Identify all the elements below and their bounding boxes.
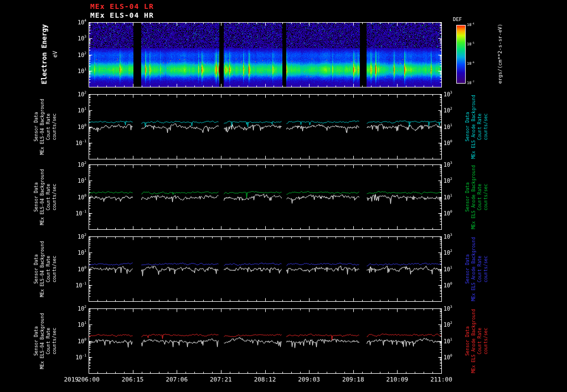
panel-y-tick-label-right: 101 — [444, 266, 452, 272]
spectrogram-y-tick-label: 104 — [62, 19, 86, 25]
panel-right-axis-label: Count Rate — [478, 183, 482, 210]
x-tick-label: 208:12 — [254, 376, 276, 383]
panel-y-tick-label-left: 100 — [62, 338, 86, 344]
panel-y-tick-label-right: 103 — [444, 305, 452, 311]
x-tick-label: 210:09 — [386, 376, 409, 383]
panel-left-axis-label: Count Rate — [47, 183, 51, 210]
panel-left-axis-label: counts/sec — [53, 255, 57, 282]
panel-y-tick-label-left: 102 — [62, 161, 86, 167]
panel-y-tick-label-left: 100 — [62, 266, 86, 272]
panel-left-axis-label: Sensor Data — [34, 112, 39, 141]
panel-left-axis-label: Count Rate — [47, 113, 51, 140]
panel-right-axis-label: MEx ELS Anode Background — [472, 165, 476, 229]
spectrogram-y-axis-unit: eV — [53, 51, 58, 58]
panel-left-axis-label: MEx ELS-04 Background — [40, 169, 45, 225]
panel-y-tick-label-left: 101 — [62, 107, 86, 114]
colorbar-tick-label: 10-7 — [467, 81, 475, 85]
panel-y-tick-label-left: 102 — [62, 91, 86, 97]
panel-left-axis-label: counts/sec — [53, 113, 57, 140]
spectrogram-y-tick-label: 103 — [62, 35, 86, 42]
panel-y-tick-label-left: 101 — [62, 250, 86, 256]
panel-right-axis-label: MEx ELS Anode Background — [472, 237, 476, 301]
panel-left-axis-label: counts/sec — [53, 327, 57, 354]
panel-y-tick-label-left: 102 — [62, 305, 86, 311]
colorbar-tick-label: 10-6 — [467, 61, 475, 66]
panel-right-axis-label: Sensor Data — [466, 112, 470, 141]
panel-y-tick-label-right: 103 — [444, 91, 452, 97]
panel-right-axis-label: Count Rate — [478, 255, 482, 282]
x-tick-label: 211:00 — [430, 376, 452, 383]
x-tick-label: 209:03 — [298, 376, 320, 383]
panel-right-axis-label: Sensor Data — [466, 254, 470, 283]
panel-right-axis-label: MEx ELS Anode Background — [472, 95, 476, 159]
x-axis-year-label: 2019 — [49, 376, 79, 383]
spectrogram-figure: MEx ELS-04 LR MEx ELS-04 HR Electron Ene… — [0, 0, 567, 392]
panel-left-axis-label: Count Rate — [47, 327, 51, 354]
panel-y-tick-label-right: 102 — [444, 178, 452, 184]
panel-left-axis-label: counts/sec — [53, 183, 57, 210]
panel-y-tick-label-right: 101 — [444, 338, 452, 344]
panel-right-axis-label: Sensor Data — [466, 182, 470, 212]
panel-y-tick-label-right: 100 — [444, 140, 452, 146]
plot-title-lr: MEx ELS-04 LR — [90, 3, 154, 10]
panel-right-axis-label: counts/sec — [484, 183, 488, 210]
panel-y-tick-label-right: 101 — [444, 194, 452, 200]
x-tick-label: 206:15 — [122, 376, 144, 383]
panel-y-tick-label-left: 10-1 — [62, 282, 86, 288]
panel-y-tick-label-right: 100 — [444, 282, 452, 288]
panel-left-axis-label: Sensor Data — [34, 254, 39, 283]
panel-y-tick-label-left: 102 — [62, 233, 86, 239]
panel-y-tick-label-right: 102 — [444, 322, 452, 328]
panel-left-axis-label: Sensor Data — [34, 326, 39, 355]
panel-right-axis-label: counts/sec — [484, 327, 488, 354]
colorbar-tick-label: 10-4 — [467, 23, 475, 27]
spectrogram-y-tick-label: 101 — [62, 68, 86, 74]
panel-y-tick-label-right: 101 — [444, 123, 452, 130]
x-tick-label: 207:06 — [166, 376, 188, 383]
panel-right-axis-label: Count Rate — [478, 327, 482, 354]
panel-right-axis-label: Count Rate — [478, 113, 482, 140]
panel-y-tick-label-left: 10-1 — [62, 210, 86, 216]
panel-y-tick-label-left: 10-1 — [62, 354, 86, 360]
panel-left-axis-label: MEx ELS-04 Background — [40, 99, 45, 154]
panel-y-tick-label-right: 103 — [444, 233, 452, 239]
panel-y-tick-label-left: 100 — [62, 194, 86, 200]
spectrogram-y-tick-label: 102 — [62, 51, 86, 58]
spectrogram-y-axis-label: Electron Energy — [41, 24, 48, 84]
panel-y-tick-label-left: 101 — [62, 178, 86, 184]
panel-right-axis-label: Sensor Data — [466, 326, 470, 355]
panel-y-tick-label-left: 100 — [62, 123, 86, 130]
panel-y-tick-label-right: 102 — [444, 250, 452, 256]
panel-y-tick-label-left: 10-1 — [62, 140, 86, 146]
panel-left-axis-label: Sensor Data — [34, 182, 39, 212]
panel-y-tick-label-right: 102 — [444, 107, 452, 114]
panel-left-axis-label: MEx ELS-04 Background — [40, 313, 45, 369]
x-tick-label: 207:21 — [210, 376, 232, 383]
panel-y-tick-label-right: 103 — [444, 161, 452, 167]
colorbar-title: DEF — [453, 17, 462, 22]
colorbar-unit-label: ergs/(cm**2-s-sr-eV) — [498, 24, 503, 84]
plot-title-hr: MEx ELS-04 HR — [90, 12, 154, 19]
x-tick-label: 209:18 — [342, 376, 364, 383]
panel-left-axis-label: MEx ELS-04 Background — [40, 241, 45, 297]
panel-y-tick-label-left: 101 — [62, 322, 86, 328]
panel-y-tick-label-right: 100 — [444, 210, 452, 216]
colorbar-tick-label: 10-5 — [467, 42, 475, 47]
panel-right-axis-label: counts/sec — [484, 113, 488, 140]
x-tick-label: 206:00 — [78, 376, 100, 383]
panel-left-axis-label: Count Rate — [47, 255, 51, 282]
panel-right-axis-label: counts/sec — [484, 255, 488, 282]
panel-y-tick-label-right: 100 — [444, 354, 452, 360]
panel-right-axis-label: MEx ELS Anode Background — [472, 309, 476, 373]
